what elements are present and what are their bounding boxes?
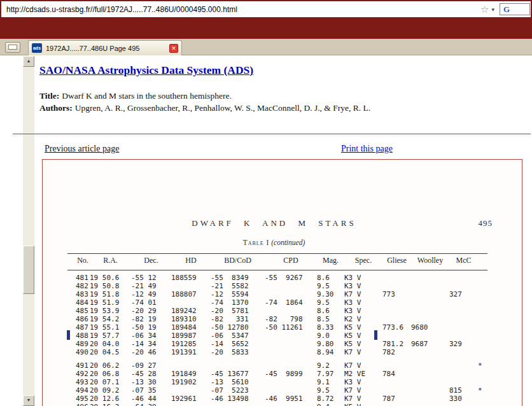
cell: 19 51.9 [90, 298, 131, 307]
cell: 191391 [171, 348, 211, 356]
cell [211, 403, 265, 406]
cell: -46 44 [131, 395, 171, 403]
table-row-489: 48920 04.0-14 34191285-14 56529.80K5 V78… [43, 340, 522, 348]
print-this-page-link[interactable]: Print this page [341, 144, 393, 154]
cell: -55 8349 [211, 274, 265, 282]
cell [411, 386, 449, 395]
cell: 189484 [171, 323, 211, 332]
cell [265, 307, 317, 315]
cell [411, 332, 449, 340]
table-row-496: 49620 16.3-64 399.4K5 V [43, 403, 522, 406]
cell: 9680 [411, 323, 449, 332]
cell [411, 370, 449, 378]
cell [171, 282, 211, 290]
column-header-cpd: CPD [265, 256, 317, 265]
scroll-down-icon[interactable]: ▼ [23, 395, 34, 406]
cell: 20 09.2 [90, 386, 131, 395]
column-header-bd-cod: BD/CoD [211, 256, 265, 265]
cell [478, 378, 491, 386]
cell: 188559 [171, 274, 211, 282]
cell: 9.2 [317, 361, 344, 370]
previous-article-page-link[interactable]: Previous article page [45, 144, 119, 154]
tab-list-icon[interactable] [5, 42, 20, 53]
table-caption-continued: (continued) [271, 239, 305, 246]
table-caption: Table I (continued) [43, 239, 505, 246]
cell [478, 348, 491, 356]
cell: K7 V [344, 361, 382, 370]
tab-close-icon[interactable]: ✕ [169, 44, 178, 53]
table-row-483: 48319 51.8-12 49188807-12 55949.30K7 V77… [43, 290, 522, 298]
cell [449, 274, 478, 282]
cell [265, 386, 317, 395]
vertical-scrollbar[interactable]: ▲ ▼ [23, 56, 34, 406]
cell [265, 348, 317, 356]
cell [478, 274, 491, 282]
cell: 487 [76, 323, 90, 332]
cell [171, 403, 211, 406]
cell [411, 298, 449, 307]
scrollbar-thumb[interactable] [23, 246, 34, 294]
cell [478, 290, 491, 298]
cell: -45 13677 [211, 370, 265, 378]
cell: K5 V [344, 340, 382, 348]
cell: K7 V [344, 348, 382, 356]
table-body: 48119 50.6-55 12188559-55 8349-55 92678.… [43, 274, 522, 406]
cell [449, 332, 478, 340]
cell: 19 54.2 [90, 315, 131, 323]
cell [411, 307, 449, 315]
table-row-481: 48119 50.6-55 12188559-55 8349-55 92678.… [43, 274, 522, 282]
cell [382, 315, 411, 323]
cell [171, 361, 211, 370]
cell: 189310 [171, 315, 211, 323]
cell [478, 315, 491, 323]
cell: 327 [449, 290, 478, 298]
column-header-no: No. [76, 256, 90, 265]
cell: 483 [76, 290, 90, 298]
cell [411, 282, 449, 290]
cell: K3 V [344, 282, 382, 290]
cell: -21 49 [131, 282, 171, 290]
column-header-r-a: R.A. [90, 256, 131, 265]
cell: 484 [76, 298, 90, 307]
ads-header-link[interactable]: SAO/NASA Astrophysics Data System (ADS) [39, 64, 253, 77]
cell: -50 19 [131, 323, 171, 332]
cell [449, 298, 478, 307]
cell: 8.6 [317, 307, 344, 315]
cell [411, 274, 449, 282]
table-row-486: 48619 54.2-82 19189310-82 331-82 7988.5K… [43, 315, 522, 323]
cell: -45 9899 [265, 370, 317, 378]
cell [382, 274, 411, 282]
cell: -46 13498 [211, 395, 265, 403]
cell: M2 VE [344, 370, 382, 378]
cell: 20 06.2 [90, 361, 131, 370]
tab-page-495[interactable]: ads 1972AJ.....77..486U Page 495 ✕ [28, 40, 182, 55]
cell: -06 5347 [211, 332, 265, 340]
cell: 20 06.8 [90, 370, 131, 378]
cell: K2 V [344, 315, 382, 323]
cell [382, 403, 411, 406]
table-row-485: 48519 53.9-20 29189242-20 57818.6K3 V [43, 307, 522, 315]
cell: -20 46 [131, 348, 171, 356]
cell: 482 [76, 282, 90, 290]
scroll-up-icon[interactable]: ▲ [23, 56, 34, 67]
tab-bar: ads 1972AJ.....77..486U Page 495 ✕ [0, 39, 532, 55]
cell: 485 [76, 307, 90, 315]
url-input[interactable]: http://cdsads.u-strasbg.fr//full/1972AJ.… [1, 5, 477, 14]
url-dropdown-icon[interactable]: ▾ [490, 6, 500, 13]
table-rule-header [67, 270, 487, 270]
search-box[interactable]: G [500, 3, 530, 15]
cell: 329 [449, 340, 478, 348]
cell: 9687 [411, 340, 449, 348]
cell: 7.97 [317, 370, 344, 378]
cell [478, 307, 491, 315]
cell [265, 340, 317, 348]
cell [478, 332, 491, 340]
table-row-484: 48419 51.9-74 01-74 1370-74 18649.5K3 V [43, 298, 522, 307]
cell: 9.1 [317, 378, 344, 386]
cell: -74 1864 [265, 298, 317, 307]
cell [449, 315, 478, 323]
cell: 496 [76, 403, 90, 406]
cell: 20 12.6 [90, 395, 131, 403]
favorites-star-icon[interactable]: ☆ [477, 1, 490, 17]
article-authors-line: Authors:Upgren, A. R., Grossenbacher, R.… [39, 103, 370, 113]
